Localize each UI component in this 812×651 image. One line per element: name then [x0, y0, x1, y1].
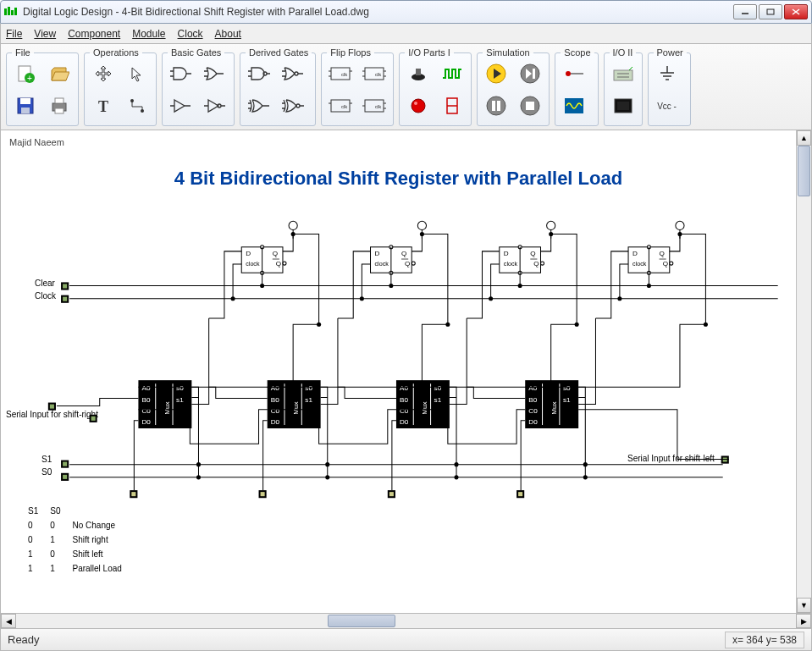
scroll-down-button[interactable]: ▼ — [797, 598, 811, 613]
ff4-button[interactable]: clk — [359, 91, 389, 120]
status-text: Ready — [8, 633, 725, 646]
step-button[interactable] — [515, 59, 545, 88]
svg-point-92 — [289, 221, 297, 229]
xor-gate-button[interactable] — [244, 91, 274, 120]
seven-seg-button[interactable] — [437, 91, 467, 120]
scroll-up-button[interactable]: ▲ — [797, 130, 811, 146]
pause-button[interactable] — [481, 91, 511, 120]
vertical-scrollbar[interactable]: ▲ ▼ — [796, 130, 811, 613]
svg-point-93 — [417, 221, 426, 229]
and-gate-button[interactable] — [166, 59, 196, 88]
ribbon-derived-gates-label: Derived Gates — [246, 47, 312, 58]
svg-point-94 — [547, 221, 555, 229]
svg-point-57 — [566, 71, 571, 76]
or-gate-button[interactable] — [200, 59, 230, 88]
vcc-label: Vcc - — [657, 102, 677, 111]
coordinates: x= 364 y= 538 — [725, 632, 804, 648]
svg-rect-16 — [55, 108, 64, 113]
ribbon-scope: Scope — [555, 47, 598, 126]
svg-point-23 — [296, 104, 300, 108]
svg-point-46 — [412, 99, 425, 113]
not-gate-button[interactable] — [200, 91, 230, 120]
scroll-right-button[interactable]: ▶ — [796, 614, 811, 628]
svg-point-100 — [231, 296, 235, 301]
svg-point-101 — [360, 296, 364, 301]
canvas[interactable]: Majid Naeem 4 Bit Bidirectional Shift Re… — [1, 130, 796, 613]
led-button[interactable] — [403, 91, 434, 120]
ground-button[interactable] — [652, 59, 682, 88]
save-file-button[interactable] — [10, 91, 41, 120]
new-file-button[interactable]: + — [10, 59, 41, 88]
print-button[interactable] — [44, 91, 75, 120]
scroll-left-button[interactable]: ◀ — [1, 614, 16, 628]
svg-point-96 — [260, 284, 264, 288]
ribbon-derived-gates: Derived Gates — [240, 47, 316, 126]
move-tool-button[interactable] — [88, 59, 119, 88]
svg-rect-12 — [20, 98, 30, 104]
vscroll-thumb[interactable] — [798, 146, 810, 196]
keyboard-button[interactable] — [608, 59, 638, 88]
open-file-button[interactable] — [44, 59, 75, 88]
svg-point-106 — [549, 232, 553, 236]
svg-point-105 — [420, 232, 424, 236]
svg-rect-2 — [11, 10, 14, 15]
svg-point-119 — [704, 323, 708, 327]
text-tool-button[interactable]: T — [88, 91, 119, 120]
svg-rect-13 — [21, 108, 30, 113]
display-button[interactable] — [608, 91, 638, 120]
xnor-gate-button[interactable] — [278, 91, 308, 120]
svg-rect-56 — [526, 102, 534, 110]
work-area: Majid Naeem 4 Bit Bidirectional Shift Re… — [0, 130, 812, 614]
wire-tool-button[interactable] — [122, 91, 152, 120]
svg-point-102 — [489, 296, 493, 301]
svg-point-98 — [518, 284, 522, 288]
probe-button[interactable] — [559, 59, 589, 88]
nor-gate-button[interactable] — [278, 59, 308, 88]
menubar: File View Component Module Clock About — [0, 24, 812, 44]
ff2-button[interactable]: clk — [359, 59, 389, 88]
ribbon-io-2: I/O II — [604, 47, 643, 126]
toolbar: File + Operations T Basic Gates — [0, 44, 812, 130]
app-icon — [4, 6, 18, 18]
svg-rect-59 — [565, 98, 583, 113]
truth-table: S1S0 00No Change 01Shift right 10Shift l… — [26, 503, 134, 577]
buffer-gate-button[interactable] — [166, 91, 196, 120]
stop-button[interactable] — [515, 91, 545, 120]
menu-file[interactable]: File — [6, 28, 22, 40]
svg-point-111 — [583, 462, 588, 466]
ribbon-simulation: Simulation — [477, 47, 550, 126]
svg-point-52 — [487, 97, 505, 115]
scope-button[interactable] — [559, 91, 589, 120]
svg-rect-45 — [416, 69, 421, 75]
ribbon-flip-flops-label: Flip Flops — [327, 47, 374, 58]
ff1-button[interactable]: clk — [325, 59, 356, 88]
clock-source-button[interactable] — [437, 59, 467, 88]
select-tool-button[interactable] — [122, 59, 152, 88]
minimize-button[interactable] — [733, 4, 757, 19]
svg-point-112 — [196, 475, 201, 479]
svg-point-104 — [291, 232, 296, 236]
menu-view[interactable]: View — [34, 28, 56, 40]
ribbon-io-1: I/O Parts I — [399, 47, 472, 126]
horizontal-scrollbar[interactable]: ◀ ▶ — [0, 614, 812, 629]
menu-clock[interactable]: Clock — [178, 28, 203, 40]
vcc-button[interactable]: Vcc - — [652, 91, 682, 120]
ribbon-io-1-label: I/O Parts I — [405, 47, 454, 58]
close-button[interactable] — [784, 4, 808, 19]
menu-module[interactable]: Module — [132, 28, 165, 40]
nand-gate-button[interactable] — [244, 59, 274, 88]
menu-component[interactable]: Component — [68, 28, 120, 40]
hscroll-thumb[interactable] — [328, 615, 395, 627]
svg-point-118 — [575, 323, 579, 327]
ribbon-operations-label: Operations — [90, 47, 142, 58]
ff3-button[interactable]: clk — [325, 91, 356, 120]
window-title: Digital Logic Design - 4-Bit Bidirection… — [23, 6, 733, 18]
svg-rect-3 — [14, 8, 17, 15]
play-button[interactable] — [481, 59, 511, 88]
svg-point-47 — [414, 102, 417, 105]
menu-about[interactable]: About — [215, 28, 241, 40]
switch-button[interactable] — [403, 59, 434, 88]
maximize-button[interactable] — [759, 4, 782, 19]
svg-point-114 — [454, 475, 458, 479]
ribbon-scope-label: Scope — [561, 47, 594, 58]
